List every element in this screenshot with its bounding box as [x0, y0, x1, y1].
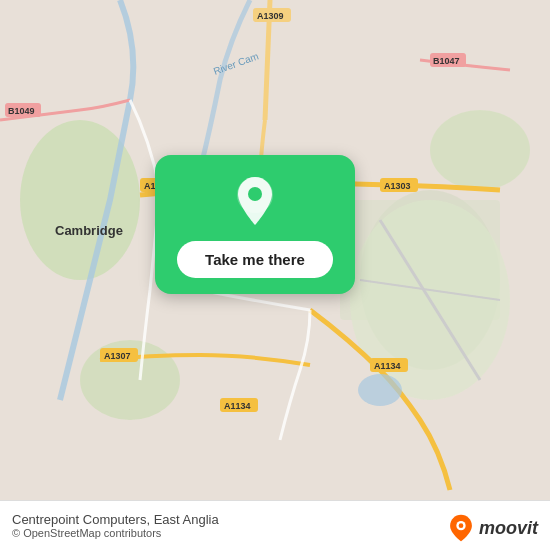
location-pin-icon: [234, 175, 276, 231]
location-info: Centrepoint Computers, East Anglia © Ope…: [12, 512, 219, 539]
svg-point-4: [430, 110, 530, 190]
take-me-there-button[interactable]: Take me there: [177, 241, 333, 278]
bottom-bar: Centrepoint Computers, East Anglia © Ope…: [0, 500, 550, 550]
svg-point-28: [358, 374, 402, 406]
svg-text:A1134: A1134: [374, 361, 401, 371]
svg-point-30: [248, 187, 262, 201]
svg-text:Cambridge: Cambridge: [55, 223, 123, 238]
location-title: Centrepoint Computers, East Anglia: [12, 512, 219, 527]
svg-text:A1303: A1303: [384, 181, 411, 191]
map-container[interactable]: River Cam A1309 A1303 A1303 A1134 A1134 …: [0, 0, 550, 550]
moovit-logo: moovit: [447, 514, 538, 542]
moovit-pin-icon: [447, 514, 475, 542]
svg-point-32: [459, 523, 464, 528]
moovit-brand-text: moovit: [479, 518, 538, 539]
svg-text:A1309: A1309: [257, 11, 284, 21]
svg-text:A1134: A1134: [224, 401, 251, 411]
svg-text:B1049: B1049: [8, 106, 35, 116]
popup-card: Take me there: [155, 155, 355, 294]
svg-text:A1307: A1307: [104, 351, 131, 361]
svg-text:B1047: B1047: [433, 56, 460, 66]
attribution-text: © OpenStreetMap contributors: [12, 527, 219, 539]
